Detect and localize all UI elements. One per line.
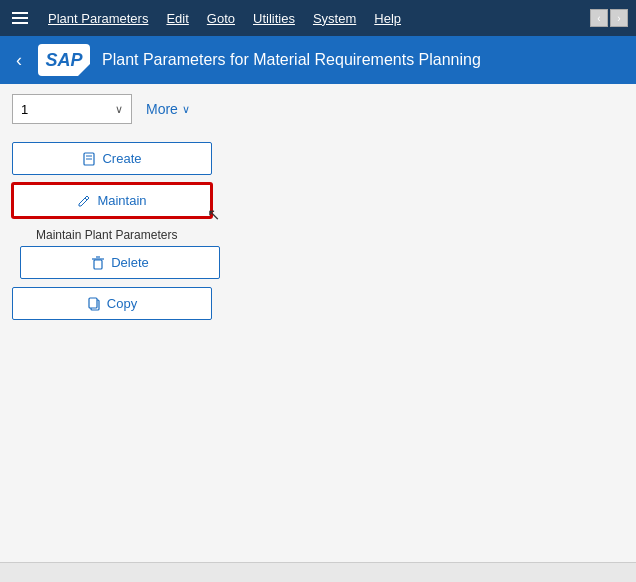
maintain-tooltip-area: Maintain Plant Parameters Delete — [16, 226, 624, 279]
copy-button[interactable]: Copy — [12, 287, 212, 320]
maintain-label: Maintain — [97, 193, 146, 208]
delete-label: Delete — [111, 255, 149, 270]
nav-forward-arrow[interactable]: › — [610, 9, 628, 27]
content-area: Create Maintain ↖ Maintain Plant Paramet… — [0, 134, 636, 336]
menu-item-goto[interactable]: Goto — [199, 7, 243, 30]
menu-bar: Plant Parameters Edit Goto Utilities Sys… — [0, 0, 636, 36]
more-chevron-icon: ∨ — [182, 103, 190, 116]
more-button[interactable]: More ∨ — [140, 97, 196, 121]
maintain-button[interactable]: Maintain ↖ — [12, 183, 212, 218]
create-label: Create — [102, 151, 141, 166]
plant-input[interactable] — [21, 102, 111, 117]
more-label: More — [146, 101, 178, 117]
sap-logo-text: SAP — [45, 50, 82, 71]
delete-icon — [91, 256, 105, 270]
status-bar — [0, 562, 636, 582]
delete-button[interactable]: Delete — [20, 246, 220, 279]
nav-back-arrow[interactable]: ‹ — [590, 9, 608, 27]
menu-item-edit[interactable]: Edit — [158, 7, 196, 30]
maintain-icon — [77, 194, 91, 208]
create-icon — [82, 152, 96, 166]
menu-item-system[interactable]: System — [305, 7, 364, 30]
hamburger-menu[interactable] — [8, 8, 32, 28]
copy-icon — [87, 297, 101, 311]
dropdown-chevron-icon: ∨ — [115, 103, 123, 116]
svg-rect-7 — [89, 298, 97, 308]
plant-dropdown[interactable]: ∨ — [12, 94, 132, 124]
menu-item-plant-parameters[interactable]: Plant Parameters — [40, 7, 156, 30]
page-title: Plant Parameters for Material Requiremen… — [102, 51, 481, 69]
toolbar-row: ∨ More ∨ — [0, 84, 636, 134]
create-button[interactable]: Create — [12, 142, 212, 175]
sap-logo: SAP — [38, 44, 90, 76]
copy-label: Copy — [107, 296, 137, 311]
menu-item-utilities[interactable]: Utilities — [245, 7, 303, 30]
back-button[interactable]: ‹ — [12, 46, 26, 75]
title-bar: ‹ SAP Plant Parameters for Material Requ… — [0, 36, 636, 84]
menu-item-help[interactable]: Help — [366, 7, 409, 30]
maintain-tooltip-text: Maintain Plant Parameters — [16, 226, 624, 244]
svg-rect-3 — [94, 260, 102, 269]
